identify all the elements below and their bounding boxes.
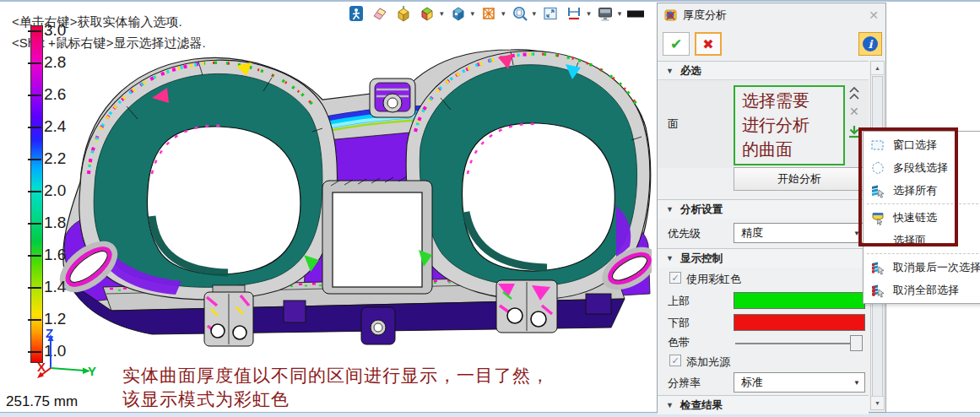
collapse-chevrons-icon[interactable]	[848, 86, 860, 101]
panel-titlebar: 厚度分析	[658, 3, 885, 27]
colorbar-label: 2.0	[44, 181, 66, 200]
triad-y-label: Y	[88, 364, 96, 378]
resolution-label: 分辨率	[668, 376, 701, 391]
measure-distance-icon[interactable]	[564, 3, 584, 24]
colorbar-tick	[28, 127, 41, 128]
triad-x-label: X	[37, 360, 46, 374]
close-icon[interactable]: ✕	[869, 8, 879, 22]
colorbar-label: 1.2	[44, 310, 66, 328]
thickness-analysis-icon	[664, 8, 678, 22]
collapse-triangle-icon: ▼	[666, 401, 674, 409]
colorbar-label: 2.4	[44, 117, 66, 136]
colorbar-tick	[28, 191, 41, 192]
annotation-highlight-box	[858, 127, 958, 246]
add-light-label: 添加光源	[686, 355, 730, 370]
menu-item-cancel-all-selection[interactable]: 取消全部选择	[864, 279, 980, 301]
colorbar-tick	[28, 319, 41, 321]
chevron-down-icon: ▼	[853, 379, 860, 387]
section-analysis-settings[interactable]: ▼ 分析设置	[658, 199, 869, 219]
zoom-search-dropdown[interactable]: ▾	[533, 9, 537, 18]
panel-title: 厚度分析	[683, 8, 727, 23]
cancel-button[interactable]: ✖	[695, 32, 722, 56]
collapse-triangle-icon: ▼	[666, 67, 674, 75]
add-light-checkbox[interactable]: ✓	[669, 355, 681, 366]
cancel-all-selection-icon	[869, 283, 885, 298]
section-check-results[interactable]: ▼ 检查结果	[658, 395, 869, 414]
menu-item-cancel-last-selection[interactable]: 取消最后一次选择	[864, 256, 980, 279]
info-button[interactable]: i	[858, 32, 882, 56]
wireframe-cube-icon[interactable]	[479, 3, 499, 24]
start-analysis-button[interactable]: 开始分析	[734, 167, 865, 191]
colorbar-tick	[28, 287, 41, 289]
ok-check-icon: ✔	[670, 35, 682, 53]
colorbar-label: 2.6	[44, 85, 66, 104]
priority-label: 优先级	[668, 226, 701, 241]
colorbar-label: 3.0	[44, 21, 66, 40]
section-required[interactable]: ▼ 必选	[658, 61, 869, 80]
caption-line-2: 该显示模式为彩虹色	[122, 387, 290, 411]
zoom-search-icon[interactable]	[510, 3, 530, 24]
thickness-colorbar	[30, 25, 43, 363]
triad-z-label: Z	[46, 329, 53, 340]
lower-color-swatch[interactable]	[734, 314, 865, 331]
scroll-up-icon[interactable]: ▲	[871, 62, 884, 75]
resolution-dropdown[interactable]: 标准 ▼	[734, 372, 865, 393]
window-top-border	[0, 0, 980, 2]
view-cube-icon[interactable]	[448, 3, 468, 24]
display-dropdown[interactable]: ▾	[618, 9, 622, 18]
band-slider-handle[interactable]	[850, 335, 863, 351]
measurement-readout: 251.75 mm	[6, 393, 78, 410]
fit-window-icon[interactable]	[540, 3, 560, 24]
info-icon: i	[863, 36, 878, 51]
ok-button[interactable]: ✔	[663, 32, 690, 56]
collapse-triangle-icon: ▼	[666, 205, 674, 214]
lower-label: 下部	[668, 316, 690, 331]
band-slider-track[interactable]	[735, 343, 862, 344]
colorbar-label: 2.2	[44, 149, 66, 168]
model-3d-instrument-cluster[interactable]	[25, 47, 652, 351]
view-cube-dropdown[interactable]: ▾	[471, 9, 475, 18]
face-label: 面	[668, 116, 679, 132]
thickness-analysis-panel: 厚度分析 ✕ ✔ ✖ i ▼ 必选 面 ✕ 选择需要 进行分析 的曲面 开始分析…	[657, 3, 886, 413]
upper-color-swatch[interactable]	[734, 292, 865, 309]
shaded-cube-icon[interactable]	[417, 3, 437, 24]
use-rainbow-checkbox[interactable]: ✓	[669, 272, 681, 284]
caption-line-1: 实体曲面厚度值以不同的区间进行显示，一目了然，	[122, 364, 550, 387]
eraser-icon[interactable]	[370, 3, 390, 24]
colorbar-tick	[28, 159, 41, 160]
cancel-last-selection-icon	[869, 260, 885, 275]
colorbar-label: 1.6	[44, 246, 66, 264]
use-rainbow-label: 使用彩虹色	[686, 272, 741, 287]
view-toolbar: ▾ ▾ ▾ ▾ ▾ ▾	[346, 3, 646, 24]
colorbar-tick	[28, 223, 41, 225]
extract-box-icon[interactable]	[393, 3, 414, 24]
shaded-cube-dropdown[interactable]: ▾	[440, 9, 444, 18]
display-monitor-icon[interactable]	[595, 3, 615, 24]
colorbar-label: 1.8	[44, 214, 66, 232]
face-annotation-note: 选择需要 进行分析 的曲面	[734, 85, 845, 165]
colorbar-tick	[28, 30, 41, 32]
scroll-down-icon[interactable]: ▼	[871, 396, 884, 409]
coordinate-triad: Z Y X	[32, 329, 98, 380]
cancel-x-icon: ✖	[702, 36, 713, 52]
colorbar-label: 2.8	[44, 53, 66, 72]
upper-label: 上部	[668, 294, 690, 309]
section-display-control[interactable]: ▼ 显示控制	[658, 248, 869, 268]
wireframe-cube-dropdown[interactable]: ▾	[501, 9, 506, 18]
colorbar-tick	[28, 255, 41, 257]
band-label: 色带	[668, 335, 690, 350]
walkthrough-icon[interactable]	[346, 3, 366, 24]
colorbar-label: 1.4	[44, 278, 66, 296]
colorbar-tick	[28, 95, 41, 96]
priority-dropdown[interactable]: 精度 ▼	[734, 223, 865, 243]
hide-bar-icon[interactable]	[625, 3, 646, 24]
menu-separator	[867, 253, 980, 254]
collapse-triangle-icon: ▼	[666, 254, 674, 263]
clear-selection-x-icon[interactable]: ✕	[849, 105, 859, 118]
measure-dropdown[interactable]: ▾	[587, 9, 591, 18]
colorbar-tick	[28, 62, 41, 64]
